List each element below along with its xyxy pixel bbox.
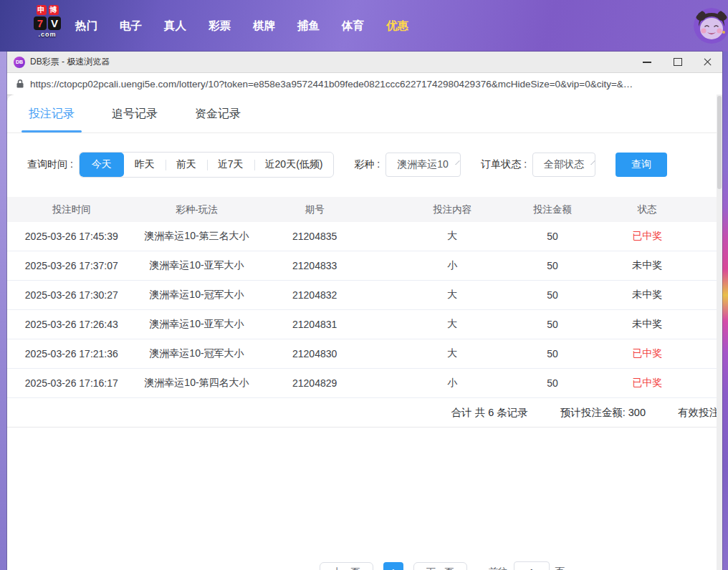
time-yesterday-button[interactable]: 昨天 xyxy=(124,153,166,177)
time-range-group: 今天 昨天 前天 近7天 近20天(低频) xyxy=(79,152,335,178)
scrollbar-thumb[interactable] xyxy=(717,96,722,189)
table-row: 2025-03-26 17:45:39 澳洲幸运10-第三名大小 2120483… xyxy=(7,222,722,251)
url-text[interactable]: https://ctopcp02pcali.uengi5e.com/lotter… xyxy=(30,79,633,90)
cell-bet-amount: 50 xyxy=(533,231,573,242)
tab-bet-records[interactable]: 投注记录 xyxy=(29,95,75,132)
tab-chase-records[interactable]: 追号记录 xyxy=(112,95,158,132)
cell-status: 未中奖 xyxy=(572,318,722,331)
table-row: 2025-03-26 17:21:36 澳洲幸运10-冠军大小 21204830… xyxy=(7,339,722,369)
site-menu: 热门 电子 真人 彩票 棋牌 捕鱼 体育 优惠 xyxy=(75,0,408,52)
cell-game-play: 澳洲幸运10-亚军大小 xyxy=(136,259,258,272)
cell-status: 未中奖 xyxy=(572,289,722,301)
table-header-row: 投注时间 彩种-玩法 期号 投注内容 投注金额 状态 xyxy=(7,197,722,222)
cell-game-play: 澳洲幸运10-冠军大小 xyxy=(136,347,258,360)
cell-issue: 21204835 xyxy=(257,231,372,242)
cell-bet-time: 2025-03-26 17:26:43 xyxy=(7,319,136,330)
cell-bet-amount: 50 xyxy=(533,377,573,389)
cell-status: 已中奖 xyxy=(572,377,722,390)
col-bet-content: 投注内容 xyxy=(372,203,533,216)
summary-valid-amount: 有效投注金额 xyxy=(678,406,722,420)
site-top-nav: 申 博 7 V .com 热门 电子 真人 彩票 棋牌 捕鱼 体育 优惠 xyxy=(0,0,728,52)
col-status: 状态 xyxy=(572,203,722,216)
order-status-select[interactable]: 全部状态 xyxy=(532,153,595,177)
goto-page-unit: 页 xyxy=(555,566,565,570)
cell-bet-time: 2025-03-26 17:45:39 xyxy=(7,231,136,242)
site-logo[interactable]: 申 博 7 V .com xyxy=(25,5,70,38)
search-button[interactable]: 查询 xyxy=(616,153,667,177)
browser-window: DB DB彩票 - 极速浏览器 https://ctopcp02pcali.ue… xyxy=(7,52,722,570)
time-today-button[interactable]: 今天 xyxy=(80,153,124,177)
col-issue: 期号 xyxy=(257,203,372,216)
time-daybefore-button[interactable]: 前天 xyxy=(166,153,207,177)
cell-bet-time: 2025-03-26 17:30:27 xyxy=(7,289,136,301)
cell-issue: 21204829 xyxy=(257,377,372,389)
tab-fund-records[interactable]: 资金记录 xyxy=(195,95,241,132)
goto-page-input[interactable] xyxy=(514,561,550,570)
nav-item-sports[interactable]: 体育 xyxy=(342,19,364,34)
chevron-down-icon xyxy=(455,160,459,165)
table-row: 2025-03-26 17:26:43 澳洲幸运10-亚军大小 21204831… xyxy=(7,310,722,339)
page-background-left xyxy=(0,52,7,570)
logo-badge-left: 申 xyxy=(37,5,47,15)
col-game-play: 彩种-玩法 xyxy=(136,203,258,216)
avatar-illustration xyxy=(694,8,728,44)
record-tabs: 投注记录 追号记录 资金记录 xyxy=(7,95,722,133)
bet-records-table: 投注时间 彩种-玩法 期号 投注内容 投注金额 状态 2025-03-26 17… xyxy=(7,197,722,398)
cell-bet-time: 2025-03-26 17:21:36 xyxy=(7,348,136,359)
page-number-current[interactable]: 1 xyxy=(383,562,403,570)
cell-bet-content: 大 xyxy=(372,230,533,243)
prev-page-button[interactable]: 上一页 xyxy=(320,562,373,570)
nav-item-fishing[interactable]: 捕鱼 xyxy=(297,19,320,34)
close-button[interactable] xyxy=(692,52,722,72)
user-avatar[interactable] xyxy=(694,8,728,44)
cell-status: 已中奖 xyxy=(572,230,722,243)
minimize-button[interactable] xyxy=(632,52,662,72)
order-status-value: 全部状态 xyxy=(544,158,584,171)
cell-bet-amount: 50 xyxy=(533,260,573,271)
cell-bet-content: 大 xyxy=(372,318,533,331)
cell-bet-amount: 50 xyxy=(533,319,573,330)
nav-item-slots[interactable]: 电子 xyxy=(120,19,142,34)
page-content: 投注记录 追号记录 资金记录 查询时间 : 今天 昨天 前天 近7天 近20天(… xyxy=(7,95,722,570)
logo-7: 7 xyxy=(34,16,47,30)
filter-bar: 查询时间 : 今天 昨天 前天 近7天 近20天(低频) 彩种 : 澳洲幸运10… xyxy=(7,152,722,178)
scrollbar[interactable] xyxy=(717,95,722,570)
cell-bet-amount: 50 xyxy=(533,348,573,359)
cell-bet-content: 大 xyxy=(372,347,533,360)
nav-item-promo[interactable]: 优惠 xyxy=(386,19,408,34)
cell-issue: 21204831 xyxy=(257,319,372,330)
cell-game-play: 澳洲幸运10-第四名大小 xyxy=(136,377,258,390)
nav-item-hot[interactable]: 热门 xyxy=(75,19,97,34)
cell-bet-amount: 50 xyxy=(533,289,573,301)
time-20days-button[interactable]: 近20天(低频) xyxy=(254,153,334,177)
table-summary-row: 合计 共 6 条记录 预计投注金额: 300 有效投注金额 xyxy=(7,398,722,428)
logo-domain: .com xyxy=(25,31,70,38)
cell-bet-content: 小 xyxy=(372,377,533,390)
window-title: DB彩票 - 极速浏览器 xyxy=(30,56,110,68)
summary-expected-amount: 预计投注金额: 300 xyxy=(560,406,646,420)
summary-total-records: 合计 共 6 条记录 xyxy=(451,406,528,420)
cell-game-play: 澳洲幸运10-冠军大小 xyxy=(136,289,258,301)
lottery-select[interactable]: 澳洲幸运10 xyxy=(385,153,461,177)
cell-bet-content: 小 xyxy=(372,259,533,272)
screen: 申 博 7 V .com 热门 电子 真人 彩票 棋牌 捕鱼 体育 优惠 xyxy=(0,0,728,570)
time-7days-button[interactable]: 近7天 xyxy=(207,153,254,177)
pagination: 上一页 1 下一页 前往 页 xyxy=(85,561,722,570)
lottery-select-value: 澳洲幸运10 xyxy=(397,158,449,171)
browser-titlebar: DB DB彩票 - 极速浏览器 xyxy=(7,52,722,72)
cell-issue: 21204833 xyxy=(257,260,372,271)
cell-issue: 21204830 xyxy=(257,348,372,359)
next-page-button[interactable]: 下一页 xyxy=(413,562,467,570)
nav-item-board[interactable]: 棋牌 xyxy=(253,19,275,34)
table-row: 2025-03-26 17:37:07 澳洲幸运10-亚军大小 21204833… xyxy=(7,251,722,281)
maximize-button[interactable] xyxy=(662,52,692,72)
goto-page-label: 前往 xyxy=(489,566,508,570)
window-controls xyxy=(632,52,722,72)
logo-badges: 申 博 xyxy=(25,5,70,15)
nav-item-lottery[interactable]: 彩票 xyxy=(209,19,231,34)
nav-item-live[interactable]: 真人 xyxy=(164,19,186,34)
logo-badge-right: 博 xyxy=(49,5,59,15)
browser-urlbar[interactable]: https://ctopcp02pcali.uengi5e.com/lotter… xyxy=(7,72,722,95)
minimize-icon xyxy=(643,62,651,63)
col-bet-time: 投注时间 xyxy=(7,203,136,216)
